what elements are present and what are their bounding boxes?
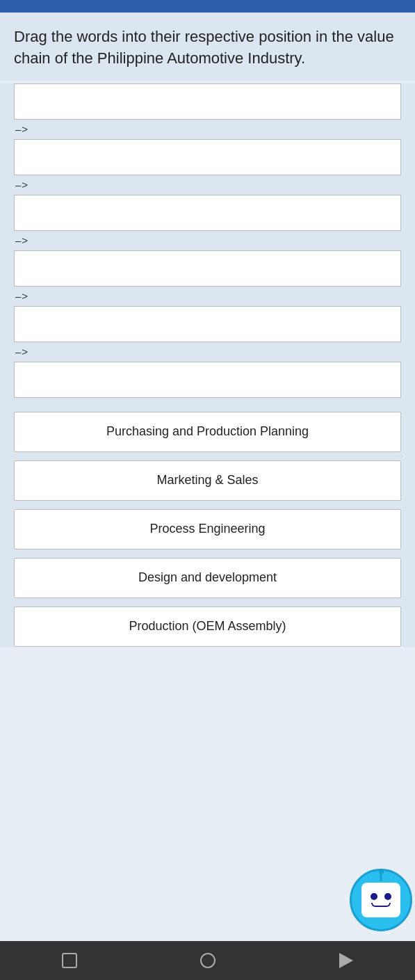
drop-zones-container: –> –> –> –> –> (0, 83, 415, 398)
home-button[interactable] (191, 948, 225, 973)
back-icon (339, 953, 353, 968)
arrow-2: –> (15, 179, 29, 191)
top-bar (0, 0, 415, 13)
drop-zone-3[interactable] (14, 195, 401, 231)
arrow-4: –> (15, 290, 29, 302)
drop-zone-4[interactable] (14, 250, 401, 287)
arrow-row-1: –> (14, 120, 401, 139)
drag-item-production[interactable]: Production (OEM Assembly) (14, 607, 401, 647)
back-button[interactable] (329, 948, 363, 973)
drop-zone-1[interactable] (14, 83, 401, 120)
instruction-text: Drag the words into their respective pos… (14, 26, 401, 70)
drop-zone-6[interactable] (14, 362, 401, 398)
drag-item-marketing[interactable]: Marketing & Sales (14, 460, 401, 501)
recent-apps-button[interactable] (53, 948, 86, 973)
home-icon (200, 953, 215, 968)
robot-mouth (371, 903, 391, 907)
drag-items-section: Purchasing and Production Planning Marke… (0, 398, 415, 647)
drop-zone-5[interactable] (14, 306, 401, 342)
arrow-3: –> (15, 234, 29, 246)
arrow-1: –> (15, 123, 29, 135)
drag-item-process-engineering[interactable]: Process Engineering (14, 509, 401, 549)
arrow-row-2: –> (14, 175, 401, 195)
arrow-row-3: –> (14, 231, 401, 250)
header-section: Drag the words into their respective pos… (0, 13, 415, 81)
bottom-nav (0, 941, 415, 980)
drag-item-design[interactable]: Design and development (14, 558, 401, 598)
drag-item-production-label: Production (OEM Assembly) (129, 619, 286, 634)
drag-item-purchasing-label: Purchasing and Production Planning (106, 424, 309, 439)
drop-zone-2[interactable] (14, 139, 401, 175)
arrow-row-5: –> (14, 342, 401, 362)
robot-eye-right (384, 893, 391, 900)
robot-eye-left (371, 893, 377, 900)
drag-item-marketing-label: Marketing & Sales (156, 473, 258, 488)
drag-item-design-label: Design and development (138, 570, 277, 585)
drag-item-purchasing[interactable]: Purchasing and Production Planning (14, 412, 401, 452)
recent-apps-icon (62, 953, 77, 968)
arrow-5: –> (15, 346, 29, 358)
drag-item-process-engineering-label: Process Engineering (149, 522, 265, 536)
robot-assistant-icon[interactable] (350, 869, 412, 931)
arrow-row-4: –> (14, 287, 401, 306)
